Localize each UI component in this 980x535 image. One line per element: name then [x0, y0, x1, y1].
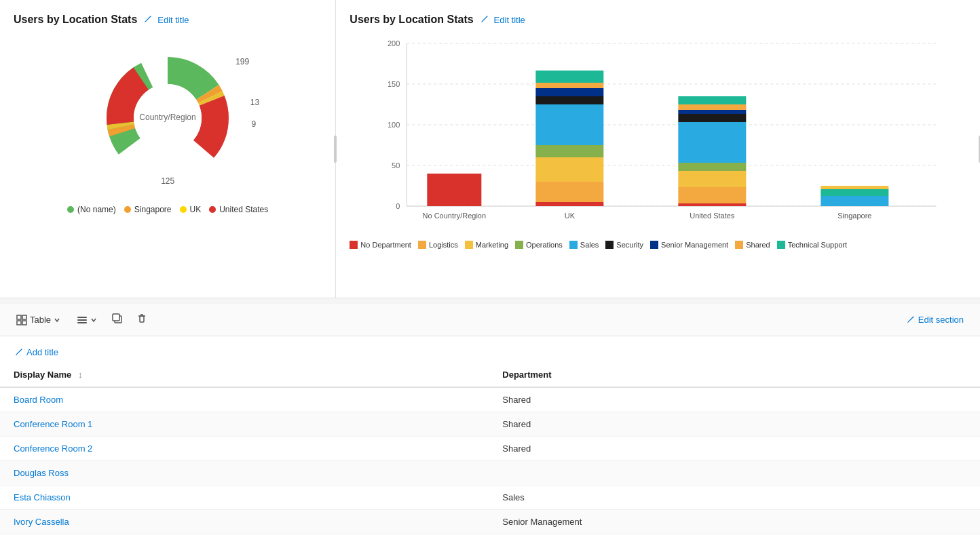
left-chart-edit-title[interactable]: Edit title [157, 15, 189, 25]
legend-item-(no-name): (No name) [67, 205, 116, 214]
svg-rect-36 [679, 110, 747, 114]
table-toolbar: Table Edit section [0, 304, 980, 336]
table-type-label: Table [30, 315, 51, 325]
legend-item-uk: UK [180, 205, 202, 214]
donut-label-13: 13 [250, 98, 259, 107]
right-chart-panel: Users by Location Stats Edit title 0 50 … [336, 0, 980, 298]
svg-text:200: 200 [388, 39, 400, 47]
svg-text:0: 0 [396, 202, 400, 210]
table-row: Conference Room 1 Shared [0, 412, 980, 437]
svg-rect-38 [679, 96, 747, 104]
department-cell: Shared [489, 387, 980, 412]
delete-button[interactable] [132, 311, 151, 329]
svg-rect-48 [77, 317, 87, 318]
department-cell: Shared [489, 437, 980, 461]
svg-rect-35 [679, 114, 747, 122]
table-row: Conference Room 2 Shared [0, 437, 980, 461]
donut-legend: (No name)SingaporeUKUnited States [67, 205, 268, 214]
table-type-button[interactable]: Table [11, 312, 66, 328]
add-title-link[interactable]: Add title [0, 336, 980, 363]
col-header-display-name[interactable]: Display Name ↕ [0, 363, 489, 387]
table-body: Board Room Shared Conference Room 1 Shar… [0, 387, 980, 535]
table-row: Douglas Ross [0, 461, 980, 486]
svg-rect-26 [536, 88, 604, 96]
display-name-link[interactable]: Esta Chiasson [14, 492, 71, 502]
department-cell: Shared [489, 412, 980, 437]
right-chart-title: Users by Location Stats [350, 14, 473, 26]
table-row: Ivory Cassella Senior Management [0, 510, 980, 534]
svg-rect-28 [536, 71, 604, 83]
svg-rect-37 [679, 104, 747, 110]
department-cell [489, 461, 980, 486]
legend-item-singapore: Singapore [124, 205, 172, 214]
add-title-label: Add title [26, 347, 58, 357]
svg-rect-44 [17, 315, 21, 319]
svg-text:100: 100 [388, 121, 400, 129]
right-chart-pencil-icon [479, 15, 489, 24]
view-dropdown-icon [90, 317, 97, 323]
table-row: Board Room Shared [0, 387, 980, 412]
duplicate-icon [112, 313, 123, 324]
svg-rect-41 [821, 189, 889, 196]
svg-rect-52 [113, 314, 119, 321]
svg-rect-49 [77, 319, 87, 321]
svg-text:Singapore: Singapore [838, 212, 872, 220]
add-title-pencil-icon [14, 348, 23, 357]
svg-rect-45 [22, 315, 26, 319]
display-name-link[interactable]: Board Room [14, 395, 63, 405]
bar-chart-area: 0 50 100 150 200 No Country/Region [350, 37, 966, 267]
left-chart-panel: Users by Location Stats Edit title [0, 0, 336, 298]
table-section: Table Edit section Add title [0, 304, 980, 535]
duplicate-button[interactable] [108, 311, 127, 329]
display-name-link[interactable]: Douglas Ross [14, 468, 69, 478]
sort-cursor-icon[interactable]: ↕ [78, 370, 83, 380]
delete-icon [136, 313, 147, 324]
view-options-button[interactable] [71, 312, 102, 328]
department-cell: Senior Management [489, 510, 980, 534]
svg-rect-32 [679, 171, 747, 187]
svg-text:Country/Region: Country/Region [139, 113, 195, 122]
svg-rect-53 [140, 316, 144, 322]
display-name-link[interactable]: Ivory Cassella [14, 517, 69, 527]
donut-chart: Country/Region 199 13 9 125 [93, 43, 242, 193]
svg-rect-33 [679, 163, 747, 171]
legend-item-united-states: United States [209, 205, 268, 214]
svg-rect-30 [679, 203, 747, 206]
svg-rect-24 [536, 104, 604, 145]
svg-text:UK: UK [565, 212, 576, 220]
edit-section-pencil-icon [905, 315, 915, 325]
left-chart-title: Users by Location Stats [14, 14, 137, 26]
svg-text:United States: United States [690, 212, 736, 220]
table-row: Esta Chiasson Sales [0, 486, 980, 510]
edit-section-label: Edit section [918, 315, 964, 325]
view-icon [77, 315, 88, 325]
department-cell: Sales [489, 486, 980, 510]
svg-rect-31 [679, 187, 747, 203]
donut-label-9: 9 [251, 119, 256, 129]
svg-rect-40 [821, 196, 889, 206]
display-name-link[interactable]: Conference Room 2 [14, 443, 92, 454]
svg-rect-23 [536, 145, 604, 157]
left-chart-pencil-icon [143, 15, 152, 24]
svg-rect-42 [821, 186, 889, 189]
donut-label-125: 125 [161, 176, 174, 186]
svg-rect-21 [536, 182, 604, 202]
svg-rect-34 [679, 122, 747, 163]
bar-chart-svg: 0 50 100 150 200 No Country/Region [350, 37, 966, 233]
table-grid-icon [16, 315, 27, 325]
col-header-department[interactable]: Department [489, 363, 980, 387]
svg-text:150: 150 [388, 80, 400, 88]
table-dropdown-icon [54, 317, 60, 323]
data-table: Display Name ↕ Department Board Room Sha… [0, 363, 980, 535]
donut-label-199: 199 [235, 57, 249, 66]
svg-rect-46 [17, 321, 21, 325]
display-name-link[interactable]: Conference Room 1 [14, 419, 92, 429]
edit-section-button[interactable]: Edit section [900, 312, 969, 328]
svg-rect-25 [536, 96, 604, 104]
svg-rect-47 [22, 321, 26, 325]
svg-text:50: 50 [392, 161, 400, 170]
bar-chart-legend: No Department Logistics Marketing Operat… [350, 241, 966, 249]
right-chart-edit-title[interactable]: Edit title [494, 15, 525, 25]
svg-rect-20 [536, 202, 604, 206]
svg-rect-22 [536, 157, 604, 182]
